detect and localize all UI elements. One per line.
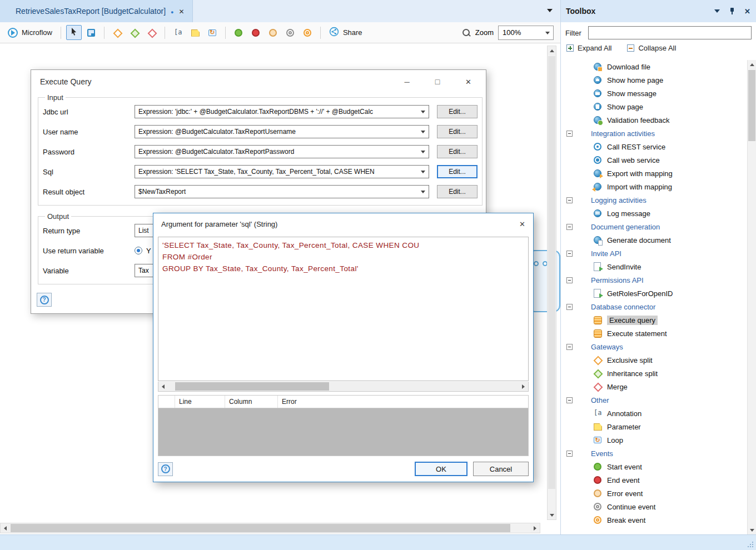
chevron-down-icon[interactable] — [714, 9, 720, 13]
edit-button-sql[interactable]: Edit... — [437, 165, 478, 178]
scroll-up-button[interactable] — [548, 46, 556, 55]
loop-button[interactable] — [205, 26, 220, 39]
toolbox-category-logging-activities[interactable]: Logging activities — [561, 193, 747, 207]
expand-all-label[interactable]: Expand All — [578, 44, 611, 52]
user-name-dropdown[interactable]: Expression: @BudgetCalculator.TaxReportU… — [135, 125, 429, 138]
maximize-icon[interactable] — [435, 77, 440, 87]
scrollbar-thumb[interactable] — [748, 70, 755, 141]
start-event-button[interactable] — [231, 26, 246, 39]
share-button[interactable]: Share — [326, 24, 366, 41]
radio-selected-icon[interactable] — [135, 247, 142, 254]
toolbox-filter-input[interactable] — [588, 26, 752, 39]
collapse-icon[interactable] — [566, 131, 573, 137]
sql-editor[interactable]: 'SELECT Tax_State, Tax_County, Tax_Perce… — [158, 237, 529, 381]
scrollbar-track[interactable] — [10, 523, 530, 533]
toolbox-item-execute-query[interactable]: Execute query — [561, 313, 747, 327]
collapse-icon[interactable] — [566, 304, 573, 310]
canvas-horizontal-scrollbar[interactable] — [0, 523, 540, 533]
toolbox-item-validation-feedback[interactable]: Validation feedback — [561, 113, 747, 127]
scrollbar-thumb[interactable] — [548, 56, 555, 489]
microflow-button[interactable]: Microflow — [4, 26, 56, 40]
password-dropdown[interactable]: Expression: @BudgetCalculator.TaxReportP… — [135, 145, 429, 158]
toolbox-item-continue-event[interactable]: Continue event — [561, 500, 747, 513]
toolbox-item-execute-statement[interactable]: Execute statement — [561, 327, 747, 340]
toolbox-item-getrolesforopenid[interactable]: GetRolesForOpenID — [561, 287, 747, 300]
continue-event-button[interactable] — [282, 26, 298, 39]
toolbox-item-end-event[interactable]: End event — [561, 473, 747, 487]
edit-button-result-object[interactable]: Edit... — [437, 185, 478, 198]
sql-horizontal-scrollbar[interactable] — [158, 382, 529, 392]
collapse-icon[interactable] — [566, 224, 573, 230]
toolbox-item-download-file[interactable]: Download file — [561, 60, 747, 73]
toolbox-category-permissions-api[interactable]: Permissions API — [561, 273, 747, 287]
scrollbar-track[interactable] — [168, 382, 519, 391]
close-icon[interactable] — [465, 77, 471, 87]
toolbox-category-other[interactable]: Other — [561, 393, 747, 407]
tab-list-chevron-icon[interactable] — [547, 9, 553, 12]
toolbox-item-parameter[interactable]: Parameter — [561, 420, 747, 433]
toolbox-category-database-connector[interactable]: Database connector — [561, 300, 747, 313]
microflow-canvas[interactable]: Execute Query Input Jdbc urlExpression: … — [0, 43, 560, 534]
toolbox-item-show-page[interactable]: Show page — [561, 100, 747, 113]
scroll-right-button[interactable] — [530, 523, 540, 533]
toolbox-scrollbar[interactable] — [747, 60, 756, 534]
tab-retrievesalestaxreport[interactable]: RetrieveSalesTaxReport [BudgetCalculator… — [0, 0, 193, 22]
sql-dropdown[interactable]: Expression: 'SELECT Tax_State, Tax_Count… — [135, 165, 429, 178]
toolbox-category-document-generation[interactable]: Document generation — [561, 220, 747, 233]
exclusive-split-button[interactable] — [110, 26, 125, 39]
toolbox-item-sendinvite[interactable]: SendInvite — [561, 260, 747, 273]
dialog-titlebar[interactable]: Argument for parameter 'sql' (String) — [153, 213, 533, 234]
toolbox-item-merge[interactable]: Merge — [561, 380, 747, 393]
close-icon[interactable] — [519, 219, 525, 229]
toolbox-item-import-with-mapping[interactable]: Import with mapping — [561, 180, 747, 193]
toolbox-item-call-rest-service[interactable]: Call REST service — [561, 140, 747, 153]
collapse-icon[interactable] — [566, 344, 573, 350]
toolbox-category-events[interactable]: Events — [561, 447, 747, 460]
scrollbar-track[interactable] — [548, 55, 556, 511]
collapse-icon[interactable] — [566, 251, 573, 257]
collapse-icon[interactable] — [566, 451, 573, 457]
toolbox-item-exclusive-split[interactable]: Exclusive split — [561, 353, 747, 367]
pin-icon[interactable] — [729, 7, 735, 15]
collapse-icon[interactable] — [566, 397, 573, 403]
parameter-button[interactable] — [187, 26, 203, 39]
collapse-icon[interactable] — [566, 197, 573, 203]
toolbox-category-integration-activities[interactable]: Integration activities — [561, 127, 747, 140]
close-icon[interactable] — [744, 6, 750, 16]
toolbox-item-annotation[interactable]: Annotation — [561, 407, 747, 420]
canvas-vertical-scrollbar[interactable] — [547, 46, 556, 520]
tab-close-icon[interactable] — [178, 6, 184, 16]
help-button[interactable] — [37, 293, 52, 307]
collapse-icon[interactable] — [566, 277, 573, 283]
marquee-select-button[interactable] — [83, 26, 99, 39]
toolbox-item-generate-document[interactable]: Generate document — [561, 233, 747, 247]
dialog-titlebar[interactable]: Execute Query — [31, 70, 486, 93]
toolbox-category-gateways[interactable]: Gateways — [561, 340, 747, 353]
scroll-left-button[interactable] — [1, 523, 10, 533]
result-object-dropdown[interactable]: $NewTaxReport — [135, 185, 429, 198]
scroll-down-button[interactable] — [548, 511, 556, 519]
toolbox-item-export-with-mapping[interactable]: Export with mapping — [561, 167, 747, 180]
edit-button-user-name[interactable]: Edit... — [437, 125, 478, 138]
resize-grip[interactable] — [747, 541, 753, 547]
end-event-button[interactable] — [248, 26, 263, 39]
collapse-all-label[interactable]: Collapse All — [638, 44, 676, 52]
inheritance-split-button[interactable] — [127, 26, 142, 39]
zoom-dropdown[interactable]: 100% — [498, 26, 554, 40]
scroll-down-button[interactable] — [748, 526, 756, 534]
toolbox-item-show-message[interactable]: Show message — [561, 87, 747, 100]
scroll-left-button[interactable] — [158, 382, 168, 391]
merge-button[interactable] — [144, 26, 160, 39]
scrollbar-thumb[interactable] — [11, 524, 510, 532]
jdbc-url-dropdown[interactable]: Expression: 'jdbc:' + @BudgetCalculator.… — [135, 105, 429, 118]
cancel-button[interactable]: Cancel — [473, 462, 529, 476]
ok-button[interactable]: OK — [415, 462, 467, 476]
break-event-button[interactable] — [300, 26, 315, 39]
toolbox-item-start-event[interactable]: Start event — [561, 460, 747, 473]
toolbox-item-call-web-service[interactable]: Call web service — [561, 153, 747, 167]
edit-button-password[interactable]: Edit... — [437, 145, 478, 158]
toolbox-item-loop[interactable]: Loop — [561, 433, 747, 447]
toolbox-item-break-event[interactable]: Break event — [561, 513, 747, 527]
scrollbar-track[interactable] — [748, 69, 756, 526]
select-tool-button[interactable] — [66, 25, 82, 40]
